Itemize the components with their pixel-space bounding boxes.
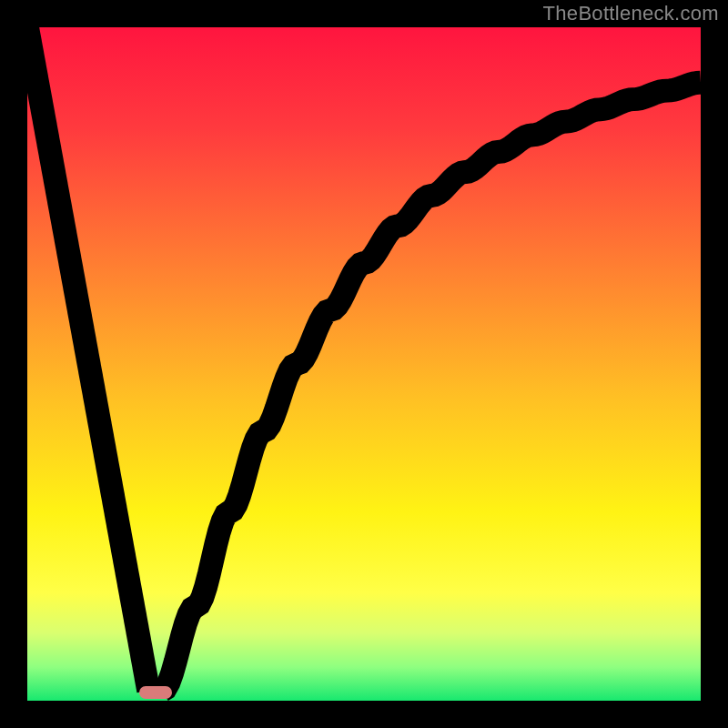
watermark-text: TheBottleneck.com	[543, 2, 719, 25]
curve-layer	[27, 27, 701, 701]
chart-container: TheBottleneck.com	[0, 0, 728, 728]
marker-pill	[139, 686, 172, 699]
curve-right-branch	[162, 83, 701, 691]
curve-left-branch	[27, 27, 148, 691]
plot-area	[27, 27, 701, 701]
